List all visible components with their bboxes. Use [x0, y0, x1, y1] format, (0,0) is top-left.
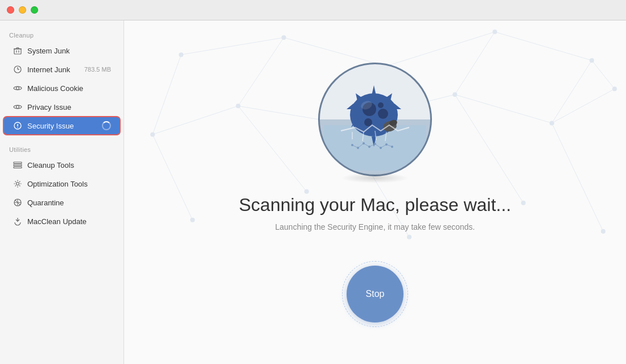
- scan-subtitle: Launching the Security Engine, it may ta…: [275, 222, 475, 231]
- clock-icon: [13, 64, 23, 75]
- sidebar-item-cleanup-tools[interactable]: Cleanup Tools: [3, 156, 120, 174]
- svg-line-53: [552, 89, 615, 123]
- sidebar: Cleanup System Junk: [0, 20, 124, 364]
- svg-point-70: [378, 109, 388, 119]
- sidebar-item-privacy-issue[interactable]: Privacy Issue: [3, 98, 120, 116]
- privacy-icon: [13, 102, 23, 112]
- svg-marker-61: [372, 85, 376, 96]
- svg-point-34: [190, 218, 195, 222]
- security-issue-label: Security Issue: [27, 122, 74, 130]
- system-junk-label: System Junk: [27, 47, 69, 55]
- malicious-cookie-label: Malicious Cookie: [27, 84, 83, 93]
- virus-shadow: [341, 173, 409, 183]
- svg-line-55: [238, 106, 306, 191]
- update-icon: [13, 216, 23, 226]
- sidebar-item-security-issue[interactable]: Security Issue: [3, 117, 120, 135]
- internet-junk-label: Internet Junk: [27, 65, 70, 74]
- svg-point-10: [17, 87, 19, 90]
- svg-point-18: [17, 183, 19, 185]
- title-bar: [0, 0, 626, 20]
- security-icon: [13, 121, 23, 131]
- svg-point-71: [364, 118, 372, 126]
- stop-button[interactable]: Stop: [347, 266, 403, 322]
- svg-rect-16: [14, 164, 22, 166]
- minimize-button[interactable]: [19, 6, 26, 14]
- svg-rect-17: [14, 167, 22, 168]
- svg-line-41: [386, 32, 495, 66]
- svg-line-52: [455, 94, 551, 123]
- svg-line-47: [552, 60, 592, 123]
- maximize-button[interactable]: [31, 6, 38, 14]
- svg-point-28: [150, 132, 155, 136]
- sidebar-item-macclean-update[interactable]: MacClean Update: [3, 212, 120, 230]
- internet-junk-badge: 783.5 MB: [84, 66, 111, 73]
- svg-line-43: [153, 55, 181, 134]
- svg-line-48: [592, 60, 615, 89]
- svg-line-46: [455, 32, 495, 94]
- svg-point-33: [612, 86, 617, 91]
- sidebar-item-internet-junk[interactable]: Internet Junk 783.5 MB: [3, 60, 120, 78]
- close-button[interactable]: [7, 6, 14, 14]
- svg-point-14: [17, 127, 18, 128]
- svg-line-42: [495, 32, 591, 60]
- app-body: Cleanup System Junk: [0, 0, 626, 364]
- svg-rect-0: [14, 49, 21, 54]
- virus-circle: [318, 63, 432, 176]
- stop-button-container: Stop: [347, 266, 403, 322]
- sidebar-item-optimization-tools[interactable]: Optimization Tools: [3, 175, 120, 193]
- svg-line-58: [552, 123, 603, 231]
- cleanup-tools-label: Cleanup Tools: [27, 161, 74, 169]
- quarantine-label: Quarantine: [27, 198, 64, 207]
- svg-line-57: [455, 94, 523, 202]
- trash-icon: [13, 46, 23, 56]
- svg-line-49: [153, 106, 238, 134]
- scan-title: Scanning your Mac, please wait...: [239, 195, 511, 216]
- utilities-section-label: Utilities: [0, 142, 123, 155]
- optimization-tools-label: Optimization Tools: [27, 180, 88, 188]
- loading-spinner: [102, 121, 111, 130]
- svg-line-54: [153, 134, 192, 220]
- sidebar-item-system-junk[interactable]: System Junk: [3, 42, 120, 60]
- svg-point-11: [17, 106, 19, 109]
- sidebar-item-quarantine[interactable]: Quarantine: [3, 193, 120, 212]
- svg-point-72: [378, 102, 384, 108]
- eye-icon: [13, 83, 23, 93]
- macclean-update-label: MacClean Update: [27, 217, 87, 226]
- gear-icon: [13, 179, 23, 189]
- main-content: Scanning your Mac, please wait... Launch…: [124, 20, 626, 364]
- cleanup-section-label: Cleanup: [0, 27, 123, 41]
- quarantine-icon: [13, 197, 23, 208]
- svg-point-37: [521, 201, 526, 205]
- tools-icon: [13, 160, 23, 170]
- svg-line-44: [238, 38, 283, 106]
- virus-illustration: [318, 63, 432, 176]
- svg-line-39: [181, 38, 283, 55]
- privacy-issue-label: Privacy Issue: [27, 103, 71, 111]
- svg-rect-15: [14, 162, 22, 164]
- sidebar-item-malicious-cookie[interactable]: Malicious Cookie: [3, 79, 120, 97]
